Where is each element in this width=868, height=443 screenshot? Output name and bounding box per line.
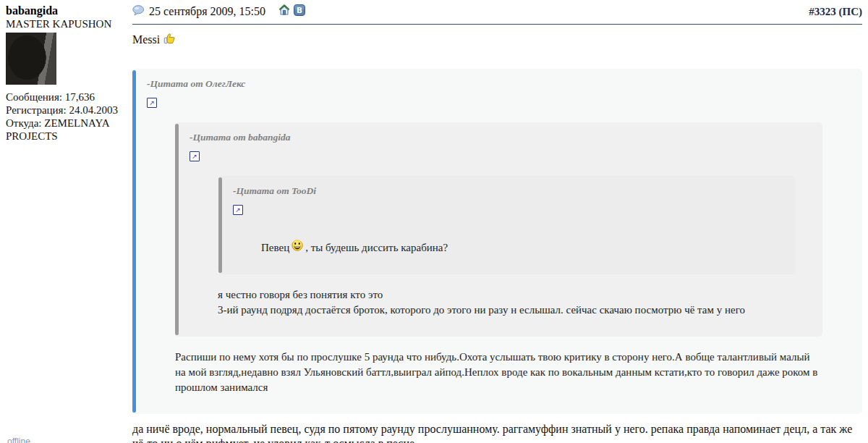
user-title: MASTER KAPUSHON: [6, 17, 129, 30]
post-number-link[interactable]: #3323 (ПС): [809, 6, 862, 18]
biggrin-smiley: [292, 240, 303, 256]
home-icon[interactable]: [278, 4, 290, 19]
user-messages-count: Сообщения: 17,636: [6, 90, 129, 104]
vk-b-icon[interactable]: B: [294, 4, 305, 19]
jump-to-post-icon[interactable]: ↗: [233, 205, 243, 215]
user-location: Откуда: ZEMELNAYA PROJECTS: [6, 117, 129, 143]
quote-oleglex-header: -Цитата от ОлегЛекс: [147, 78, 862, 90]
quote-babangida-line1: я честно говоря без понятия кто это: [218, 287, 779, 303]
user-info-sidebar: babangida MASTER KAPUSHON Сообщения: 17,…: [6, 4, 129, 143]
avatar: [6, 33, 56, 85]
username-link[interactable]: babangida: [6, 4, 129, 17]
user-registration-date: Регистрация: 24.04.2003: [6, 104, 129, 117]
post-header: 25 сентября 2009, 15:50 B: [132, 4, 862, 25]
speech-bubble-icon: [132, 5, 145, 19]
quote-toodi: -Цитата от TooDi ↗ Певец: [218, 176, 795, 274]
quote-toodi-text: Певец , ты будешь диссить кара: [261, 240, 752, 256]
quote-babangida-header: -Цитата от babangida: [190, 132, 822, 143]
quote-oleglex-text: Распиши по нему хотя бы по прослушке 5 р…: [175, 350, 819, 395]
post-body-text: да ничё вроде, нормальный певец, судя по…: [132, 422, 862, 443]
jump-to-post-icon[interactable]: ↗: [147, 98, 157, 108]
quote-toodi-text-before: Певец: [261, 240, 289, 256]
post-title: Messi: [132, 32, 862, 47]
quote-babangida-text: я честно говоря без понятия кто это 3-ий…: [218, 287, 779, 318]
quote-toodi-text-after: , ты будешь диссить карабина?: [305, 240, 448, 256]
thumbs-up-smiley: [162, 32, 176, 47]
post-date: 25 сентября 2009, 15:50: [149, 5, 265, 18]
post-container: 25 сентября 2009, 15:50 B: [132, 4, 862, 443]
quote-babangida-line2: 3-ий раунд подряд достаётся броток, кото…: [218, 303, 779, 318]
jump-to-post-icon[interactable]: ↗: [190, 151, 200, 161]
svg-text:B: B: [297, 6, 302, 14]
post-title-text: Messi: [132, 33, 160, 46]
quote-toodi-header: -Цитата от TooDi: [233, 185, 795, 197]
online-status-indicator: offline: [7, 436, 30, 443]
forum-post-page: babangida MASTER KAPUSHON Сообщения: 17,…: [0, 0, 868, 443]
quote-babangida: -Цитата от babangida ↗ -Цитата от TooDi …: [175, 122, 822, 337]
quote-oleglex: -Цитата от ОлегЛекс ↗ -Цитата от babangi…: [132, 69, 862, 414]
